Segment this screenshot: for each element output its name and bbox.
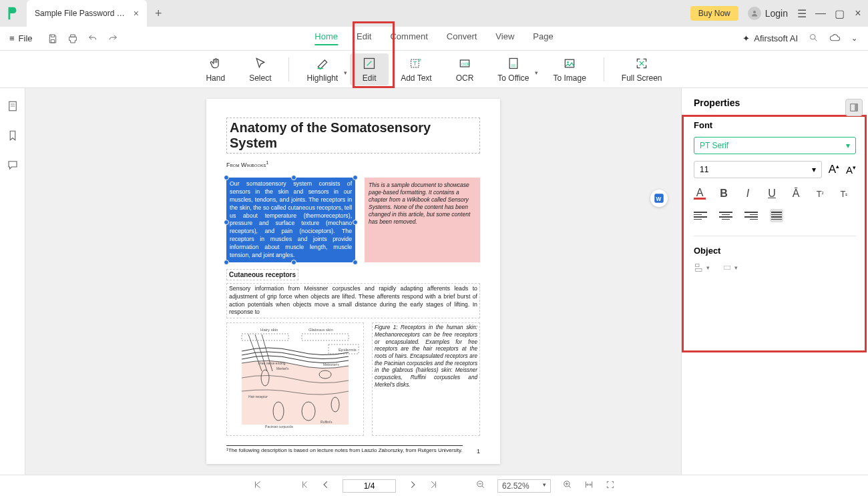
page-number: 1 [477,448,480,455]
bold-icon[interactable]: B [718,188,730,200]
align-justify-icon[interactable] [770,209,783,222]
file-menu[interactable]: ≡ File [0,33,42,43]
prev-page-icon[interactable] [321,480,331,491]
tool-ocr[interactable]: OCR OCR [444,53,486,85]
svg-text:OCR: OCR [461,61,470,65]
section-heading[interactable]: Cutaneous receptors [226,269,298,280]
redo-icon[interactable] [107,33,118,44]
first-page-icon[interactable] [253,480,262,491]
tab-convert[interactable]: Convert [447,31,477,45]
next-page-icon[interactable] [408,480,417,491]
zoom-select[interactable]: 62.52% ▾ [497,479,551,493]
sample-note: This is a sample document to showcase pa… [365,178,480,262]
add-text-icon: T+ [409,56,423,71]
fit-width-icon[interactable] [584,480,594,491]
hamburger-small-icon: ≡ [9,33,15,43]
cloud-icon[interactable] [829,32,841,45]
document-tab[interactable]: Sample File Password Pr… × [27,0,147,27]
thumbnails-icon[interactable] [7,100,19,115]
doc-title[interactable]: Anatomy of the Somatosensory System [226,117,480,154]
zoom-out-icon[interactable] [476,480,485,491]
toggle-right-panel-icon[interactable] [845,99,863,116]
tool-add-text[interactable]: T+ Add Text [389,53,443,85]
tool-select[interactable]: Select [237,53,283,85]
font-family-select[interactable]: PT Serif ▾ [694,137,856,154]
left-sidebar [0,88,25,475]
cursor-icon [253,56,268,71]
decrease-font-icon[interactable]: A▾ [846,164,856,176]
window-close-icon[interactable]: × [853,9,863,18]
print-icon[interactable] [67,33,78,44]
document-canvas[interactable]: Anatomy of the Somatosensory System From… [25,88,681,475]
tab-view[interactable]: View [495,31,514,45]
tool-to-image[interactable]: To Image [541,53,598,85]
tool-highlight[interactable]: Highlight ▾ [294,53,350,85]
status-bar: 62.52% ▾ [0,475,868,496]
tool-to-office[interactable]: To Office ▾ [485,53,541,85]
svg-point-11 [567,61,569,63]
align-center-icon[interactable] [719,209,732,222]
tab-edit[interactable]: Edit [357,31,371,45]
figure-caption[interactable]: Figure 1: Receptors in the human skin: M… [372,322,480,436]
tool-full-screen[interactable]: Full Screen [610,53,674,85]
save-icon[interactable] [47,33,58,44]
svg-point-0 [753,11,756,13]
fit-page-icon[interactable] [606,480,615,491]
collapse-ribbon-icon[interactable]: ⌄ [851,34,857,43]
page-input[interactable] [343,479,396,493]
buy-now-button[interactable]: Buy Now [690,6,738,21]
font-size-select[interactable]: 11 ▾ [694,161,822,178]
comments-icon[interactable] [7,159,19,174]
titlebar: Sample File Password Pr… × + Buy Now Log… [0,0,868,27]
tab-comment[interactable]: Comment [390,31,427,45]
svg-text:Hair receptor: Hair receptor [248,395,268,399]
new-tab-button[interactable]: + [155,7,162,21]
chevron-down-icon[interactable]: ▾ [535,69,538,76]
search-icon[interactable] [809,33,819,45]
chevron-down-icon: ▾ [846,141,850,150]
font-variant-icon[interactable]: Ā [790,188,802,200]
ai-button[interactable]: ✦ Afirstsoft AI [742,33,798,43]
svg-text:Hairy skin: Hairy skin [260,328,278,332]
zoom-in-icon[interactable] [563,480,572,491]
login-label: Login [765,8,788,19]
object-section-label: Object [694,246,856,256]
subscript-icon[interactable]: T₂ [838,188,850,200]
footnote: ¹The following description is based on l… [226,445,463,453]
tool-edit[interactable]: Edit [350,53,389,85]
hamburger-icon[interactable]: ☰ [797,9,807,18]
ribbon-toolbar: Hand Select Highlight ▾ Edit T+ Add Text… [0,51,868,88]
increase-font-icon[interactable]: A▴ [829,163,839,176]
undo-icon[interactable] [87,33,98,44]
align-left-icon[interactable] [694,209,707,222]
figure-image[interactable]: Hairy skin Glabrous skin Epidermis [226,322,364,436]
pdf-page: Anatomy of the Somatosensory System From… [206,99,500,464]
align-right-icon[interactable] [744,209,758,222]
body-paragraph[interactable]: Sensory information from Meissner corpus… [226,283,480,319]
italic-icon[interactable]: I [742,188,754,200]
svg-text:Glabrous skin: Glabrous skin [308,328,333,332]
underline-icon[interactable]: U [766,188,778,200]
tab-home[interactable]: Home [314,31,338,45]
svg-rect-9 [511,63,516,67]
close-tab-icon[interactable]: × [134,8,139,19]
font-color-icon[interactable]: A [694,188,706,200]
superscript-icon[interactable]: T² [814,188,826,200]
next-section-icon[interactable] [429,480,439,491]
object-align-icon[interactable]: ▾ [694,262,710,273]
sparkle-icon: ✦ [742,33,750,43]
login-button[interactable]: Login [748,7,788,20]
to-office-icon [506,56,521,71]
object-distribute-icon[interactable]: ▾ [722,262,738,273]
convert-to-word-float-button[interactable]: W [650,190,668,207]
chevron-down-icon[interactable]: ▾ [344,69,347,76]
tab-page[interactable]: Page [533,31,553,45]
tool-hand[interactable]: Hand [194,53,237,85]
prev-section-icon[interactable] [300,480,309,491]
svg-text:W: W [656,196,662,202]
bookmark-icon[interactable] [7,130,19,144]
selected-text-block[interactable]: Our somatosensory system consists of sen… [226,178,355,262]
minimize-icon[interactable]: — [816,9,825,18]
maximize-icon[interactable]: ▢ [835,9,844,18]
fullscreen-icon [634,56,649,71]
